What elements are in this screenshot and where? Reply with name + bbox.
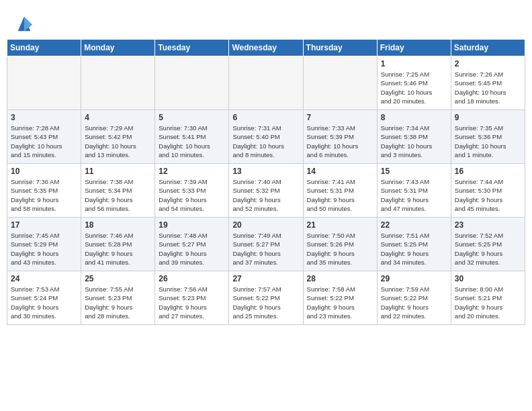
calendar-cell: 22Sunrise: 7:51 AM Sunset: 5:25 PM Dayli… xyxy=(377,218,451,271)
day-info: Sunrise: 7:34 AM Sunset: 5:38 PM Dayligh… xyxy=(381,124,447,159)
day-number: 25 xyxy=(85,274,151,283)
column-header-monday: Monday xyxy=(81,40,155,56)
day-info: Sunrise: 7:44 AM Sunset: 5:30 PM Dayligh… xyxy=(455,177,521,213)
day-number: 10 xyxy=(11,167,77,176)
day-number: 14 xyxy=(307,167,373,176)
calendar-cell: 11Sunrise: 7:38 AM Sunset: 5:34 PM Dayli… xyxy=(81,164,155,218)
day-number: 13 xyxy=(232,167,299,176)
calendar-cell: 25Sunrise: 7:55 AM Sunset: 5:23 PM Dayli… xyxy=(81,271,155,325)
day-info: Sunrise: 7:29 AM Sunset: 5:42 PM Dayligh… xyxy=(85,124,151,159)
day-info: Sunrise: 7:38 AM Sunset: 5:34 PM Dayligh… xyxy=(85,177,151,213)
calendar-cell: 27Sunrise: 7:57 AM Sunset: 5:22 PM Dayli… xyxy=(229,271,303,325)
calendar-cell: 19Sunrise: 7:48 AM Sunset: 5:27 PM Dayli… xyxy=(155,218,229,271)
day-number: 18 xyxy=(85,220,151,230)
day-info: Sunrise: 7:52 AM Sunset: 5:25 PM Dayligh… xyxy=(455,231,521,267)
day-info: Sunrise: 7:41 AM Sunset: 5:31 PM Dayligh… xyxy=(307,177,373,213)
day-info: Sunrise: 7:50 AM Sunset: 5:26 PM Dayligh… xyxy=(307,231,373,267)
calendar-cell xyxy=(7,56,81,110)
calendar-cell: 24Sunrise: 7:53 AM Sunset: 5:24 PM Dayli… xyxy=(7,271,81,325)
day-number: 29 xyxy=(381,274,447,283)
calendar-week-row: 1Sunrise: 7:25 AM Sunset: 5:46 PM Daylig… xyxy=(7,56,525,110)
day-info: Sunrise: 7:31 AM Sunset: 5:40 PM Dayligh… xyxy=(232,124,299,159)
column-header-thursday: Thursday xyxy=(303,40,377,56)
calendar-cell xyxy=(81,56,155,110)
calendar-cell: 7Sunrise: 7:33 AM Sunset: 5:39 PM Daylig… xyxy=(303,110,377,164)
day-info: Sunrise: 7:39 AM Sunset: 5:33 PM Dayligh… xyxy=(159,177,225,213)
page-header xyxy=(7,7,525,36)
calendar-cell: 26Sunrise: 7:56 AM Sunset: 5:23 PM Dayli… xyxy=(155,271,229,325)
day-number: 9 xyxy=(455,113,521,122)
calendar-week-row: 3Sunrise: 7:28 AM Sunset: 5:43 PM Daylig… xyxy=(7,110,525,164)
logo xyxy=(13,13,34,32)
calendar-cell: 15Sunrise: 7:43 AM Sunset: 5:31 PM Dayli… xyxy=(377,164,451,218)
calendar-cell: 8Sunrise: 7:34 AM Sunset: 5:38 PM Daylig… xyxy=(377,110,451,164)
day-number: 26 xyxy=(159,274,225,283)
day-info: Sunrise: 7:45 AM Sunset: 5:29 PM Dayligh… xyxy=(11,231,77,267)
calendar-cell xyxy=(303,56,377,110)
day-number: 27 xyxy=(232,274,299,283)
calendar-cell: 3Sunrise: 7:28 AM Sunset: 5:43 PM Daylig… xyxy=(7,110,81,164)
day-info: Sunrise: 7:40 AM Sunset: 5:32 PM Dayligh… xyxy=(232,177,299,213)
calendar-cell: 9Sunrise: 7:35 AM Sunset: 5:36 PM Daylig… xyxy=(451,110,525,164)
calendar-cell: 5Sunrise: 7:30 AM Sunset: 5:41 PM Daylig… xyxy=(155,110,229,164)
calendar-cell: 30Sunrise: 8:00 AM Sunset: 5:21 PM Dayli… xyxy=(451,271,525,325)
day-info: Sunrise: 7:30 AM Sunset: 5:41 PM Dayligh… xyxy=(159,124,225,159)
day-number: 19 xyxy=(159,220,225,230)
calendar-cell: 10Sunrise: 7:36 AM Sunset: 5:35 PM Dayli… xyxy=(7,164,81,218)
day-number: 20 xyxy=(232,220,299,230)
day-number: 23 xyxy=(455,220,521,230)
calendar-week-row: 17Sunrise: 7:45 AM Sunset: 5:29 PM Dayli… xyxy=(7,218,525,271)
column-header-saturday: Saturday xyxy=(451,40,525,56)
day-info: Sunrise: 7:35 AM Sunset: 5:36 PM Dayligh… xyxy=(455,124,521,159)
day-info: Sunrise: 7:26 AM Sunset: 5:45 PM Dayligh… xyxy=(455,70,521,105)
day-number: 30 xyxy=(455,274,521,283)
column-header-friday: Friday xyxy=(377,40,451,56)
calendar-cell: 17Sunrise: 7:45 AM Sunset: 5:29 PM Dayli… xyxy=(7,218,81,271)
day-info: Sunrise: 7:43 AM Sunset: 5:31 PM Dayligh… xyxy=(381,177,447,213)
column-header-sunday: Sunday xyxy=(7,40,81,56)
day-info: Sunrise: 7:56 AM Sunset: 5:23 PM Dayligh… xyxy=(159,285,225,320)
day-number: 16 xyxy=(455,167,521,176)
day-info: Sunrise: 8:00 AM Sunset: 5:21 PM Dayligh… xyxy=(455,285,521,320)
column-header-tuesday: Tuesday xyxy=(155,40,229,56)
day-number: 28 xyxy=(307,274,373,283)
day-number: 7 xyxy=(307,113,373,122)
day-info: Sunrise: 7:53 AM Sunset: 5:24 PM Dayligh… xyxy=(11,285,77,320)
day-number: 11 xyxy=(85,167,151,176)
day-info: Sunrise: 7:46 AM Sunset: 5:28 PM Dayligh… xyxy=(85,231,151,267)
calendar-cell: 18Sunrise: 7:46 AM Sunset: 5:28 PM Dayli… xyxy=(81,218,155,271)
calendar-cell xyxy=(155,56,229,110)
calendar-cell xyxy=(229,56,303,110)
day-info: Sunrise: 7:36 AM Sunset: 5:35 PM Dayligh… xyxy=(11,177,77,213)
day-number: 8 xyxy=(381,113,447,122)
day-info: Sunrise: 7:49 AM Sunset: 5:27 PM Dayligh… xyxy=(232,231,299,267)
calendar-cell: 29Sunrise: 7:59 AM Sunset: 5:22 PM Dayli… xyxy=(377,271,451,325)
calendar-cell: 4Sunrise: 7:29 AM Sunset: 5:42 PM Daylig… xyxy=(81,110,155,164)
day-info: Sunrise: 7:58 AM Sunset: 5:22 PM Dayligh… xyxy=(307,285,373,320)
day-number: 21 xyxy=(307,220,373,230)
calendar-cell: 21Sunrise: 7:50 AM Sunset: 5:26 PM Dayli… xyxy=(303,218,377,271)
day-number: 17 xyxy=(11,220,77,230)
calendar-cell: 13Sunrise: 7:40 AM Sunset: 5:32 PM Dayli… xyxy=(229,164,303,218)
day-number: 3 xyxy=(11,113,77,122)
calendar-cell: 28Sunrise: 7:58 AM Sunset: 5:22 PM Dayli… xyxy=(303,271,377,325)
calendar-week-row: 10Sunrise: 7:36 AM Sunset: 5:35 PM Dayli… xyxy=(7,164,525,218)
day-number: 6 xyxy=(232,113,299,122)
day-info: Sunrise: 7:55 AM Sunset: 5:23 PM Dayligh… xyxy=(85,285,151,320)
day-info: Sunrise: 7:48 AM Sunset: 5:27 PM Dayligh… xyxy=(159,231,225,267)
calendar-cell: 12Sunrise: 7:39 AM Sunset: 5:33 PM Dayli… xyxy=(155,164,229,218)
day-info: Sunrise: 7:25 AM Sunset: 5:46 PM Dayligh… xyxy=(381,70,447,105)
calendar-header-row: SundayMondayTuesdayWednesdayThursdayFrid… xyxy=(7,40,525,56)
logo-icon xyxy=(15,13,34,32)
day-number: 1 xyxy=(381,59,447,68)
day-info: Sunrise: 7:28 AM Sunset: 5:43 PM Dayligh… xyxy=(11,124,77,159)
day-number: 12 xyxy=(159,167,225,176)
day-info: Sunrise: 7:59 AM Sunset: 5:22 PM Dayligh… xyxy=(381,285,447,320)
day-number: 15 xyxy=(381,167,447,176)
calendar-cell: 16Sunrise: 7:44 AM Sunset: 5:30 PM Dayli… xyxy=(451,164,525,218)
calendar-cell: 23Sunrise: 7:52 AM Sunset: 5:25 PM Dayli… xyxy=(451,218,525,271)
calendar-table: SundayMondayTuesdayWednesdayThursdayFrid… xyxy=(7,39,525,325)
day-info: Sunrise: 7:57 AM Sunset: 5:22 PM Dayligh… xyxy=(232,285,299,320)
day-number: 5 xyxy=(159,113,225,122)
calendar-cell: 1Sunrise: 7:25 AM Sunset: 5:46 PM Daylig… xyxy=(377,56,451,110)
